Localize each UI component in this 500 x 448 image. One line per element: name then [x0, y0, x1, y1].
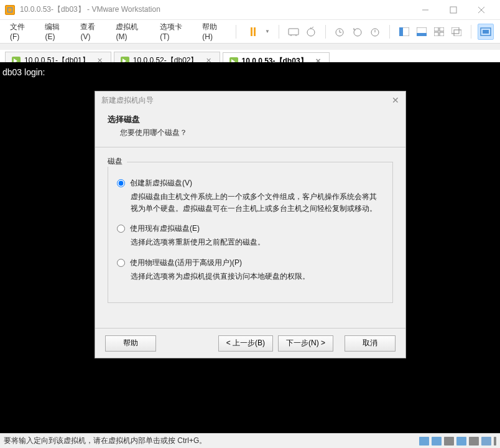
cd-icon[interactable]	[444, 437, 454, 446]
separator	[471, 25, 471, 39]
clock-plus-icon	[335, 27, 346, 37]
disk-icon[interactable]	[432, 437, 442, 446]
dialog-subheading: 您要使用哪个磁盘？	[120, 128, 393, 138]
console-text: db03 login:	[2, 67, 45, 77]
status-device-icons	[419, 437, 496, 446]
dialog-header: 选择磁盘 您要使用哪个磁盘？	[95, 109, 405, 147]
maximize-button[interactable]	[439, 1, 467, 19]
cancel-button[interactable]: 取消	[345, 335, 396, 352]
radio-physical-disk[interactable]: 使用物理磁盘(适用于高级用户)(P)	[117, 258, 384, 268]
radio-existing-disk[interactable]: 使用现有虚拟磁盘(E)	[117, 223, 384, 234]
titlebar: 10.0.0.53-【db03】 - VMware Workstation	[0, 0, 500, 20]
radio-input[interactable]	[117, 179, 125, 187]
app-icon	[5, 5, 15, 15]
radio-input[interactable]	[117, 259, 125, 267]
svg-rect-22	[451, 27, 459, 34]
dialog-heading: 选择磁盘	[108, 114, 393, 125]
thumbnail-button[interactable]	[431, 24, 447, 40]
unity-icon	[451, 27, 461, 36]
printer-icon[interactable]	[469, 437, 479, 446]
pause-button[interactable]	[245, 24, 261, 40]
svg-point-7	[307, 29, 315, 36]
minimize-icon	[422, 6, 429, 14]
disk-fieldset: 创建新虚拟磁盘(V) 虚拟磁盘由主机文件系统上的一个或多个文件组成，客户机操作系…	[108, 162, 393, 303]
thumbnail-icon	[434, 27, 444, 36]
network-icon[interactable]	[456, 437, 466, 446]
disk-icon[interactable]	[419, 437, 429, 446]
menu-view[interactable]: 查看(V)	[76, 19, 108, 44]
pause-dropdown[interactable]: ▼	[262, 24, 272, 40]
menu-items: 文件(F) 编辑(E) 查看(V) 虚拟机(M) 选项卡(T) 帮助(H)	[6, 19, 231, 44]
radio-desc: 选择此选项将重新使用之前配置的磁盘。	[131, 236, 384, 248]
send-ctrl-alt-del-button[interactable]	[285, 24, 302, 40]
svg-rect-19	[440, 27, 444, 31]
camera-icon	[305, 27, 317, 37]
clock-back-icon	[352, 27, 363, 37]
svg-rect-4	[289, 29, 299, 35]
next-button[interactable]: 下一步(N) >	[278, 335, 333, 352]
snapshot-button[interactable]	[303, 24, 319, 40]
indicator-icon[interactable]	[494, 437, 496, 446]
menubar: 文件(F) 编辑(E) 查看(V) 虚拟机(M) 选项卡(T) 帮助(H) ▼	[0, 20, 500, 44]
menu-file[interactable]: 文件(F)	[6, 19, 37, 44]
layout-bottom-icon	[417, 27, 427, 36]
new-vm-wizard-dialog: 新建虚拟机向导 ✕ 选择磁盘 您要使用哪个磁盘？ 磁盘 创建新虚拟磁盘(V) 虚…	[95, 91, 406, 358]
fullscreen-button[interactable]	[478, 24, 494, 40]
radio-label: 使用现有虚拟磁盘(E)	[130, 223, 200, 234]
close-button[interactable]	[467, 1, 495, 19]
svg-rect-18	[434, 27, 438, 31]
separator	[389, 25, 390, 39]
svg-rect-17	[417, 33, 427, 36]
pause-icon	[251, 27, 256, 36]
menu-edit[interactable]: 编辑(E)	[41, 19, 73, 44]
close-icon	[478, 6, 485, 14]
toolbar: ▼	[245, 24, 494, 40]
minimize-button[interactable]	[411, 1, 439, 19]
menu-help[interactable]: 帮助(H)	[198, 19, 231, 44]
fit-window-button[interactable]	[414, 24, 430, 40]
menu-vm[interactable]: 虚拟机(M)	[112, 19, 152, 44]
menu-tabs[interactable]: 选项卡(T)	[156, 19, 195, 44]
window-title: 10.0.0.53-【db03】 - VMware Workstation	[20, 4, 411, 15]
unity-button[interactable]	[448, 24, 465, 40]
svg-rect-20	[434, 32, 438, 36]
separator	[279, 25, 279, 39]
separator	[325, 25, 326, 39]
fullscreen-icon	[480, 27, 491, 36]
keyboard-icon	[288, 27, 299, 37]
radio-input[interactable]	[117, 225, 125, 233]
radio-desc: 选择此选项将为虚拟机提供直接访问本地硬盘的权限。	[131, 271, 384, 282]
svg-rect-25	[483, 30, 489, 34]
radio-desc: 虚拟磁盘由主机文件系统上的一个或多个文件组成，客户机操作系统会将其视为单个硬盘。…	[131, 191, 384, 215]
snapshot-take-button[interactable]	[332, 24, 348, 40]
layout-left-icon	[399, 27, 409, 36]
dialog-footer: 帮助 < 上一步(B) 下一步(N) > 取消	[95, 328, 405, 358]
radio-create-new-disk[interactable]: 创建新虚拟磁盘(V)	[117, 178, 384, 189]
dialog-body: 磁盘 创建新虚拟磁盘(V) 虚拟磁盘由主机文件系统上的一个或多个文件组成，客户机…	[95, 147, 405, 328]
help-button[interactable]: 帮助	[105, 335, 156, 352]
statusbar: 要将输入定向到该虚拟机，请在虚拟机内部单击或按 Ctrl+G。	[0, 433, 500, 448]
status-text: 要将输入定向到该虚拟机，请在虚拟机内部单击或按 Ctrl+G。	[4, 436, 206, 446]
svg-rect-15	[399, 27, 403, 36]
svg-rect-1	[450, 7, 456, 13]
fit-guest-button[interactable]	[396, 24, 412, 40]
sound-icon[interactable]	[481, 437, 491, 446]
clock-icon	[369, 27, 381, 37]
separator	[236, 25, 236, 39]
window-controls	[411, 1, 495, 19]
dialog-title: 新建虚拟机向导	[101, 95, 154, 106]
radio-label: 使用物理磁盘(适用于高级用户)(P)	[130, 258, 242, 268]
svg-rect-21	[440, 32, 444, 36]
radio-label: 创建新虚拟磁盘(V)	[130, 178, 192, 189]
snapshot-revert-button[interactable]	[350, 24, 366, 40]
disk-group-label: 磁盘	[108, 156, 125, 167]
dialog-titlebar: 新建虚拟机向导 ✕	[95, 91, 405, 109]
back-button[interactable]: < 上一步(B)	[218, 335, 273, 352]
svg-rect-23	[454, 30, 461, 36]
maximize-icon	[450, 6, 457, 14]
snapshot-manager-button[interactable]	[367, 24, 383, 40]
dialog-close-button[interactable]: ✕	[392, 95, 399, 105]
